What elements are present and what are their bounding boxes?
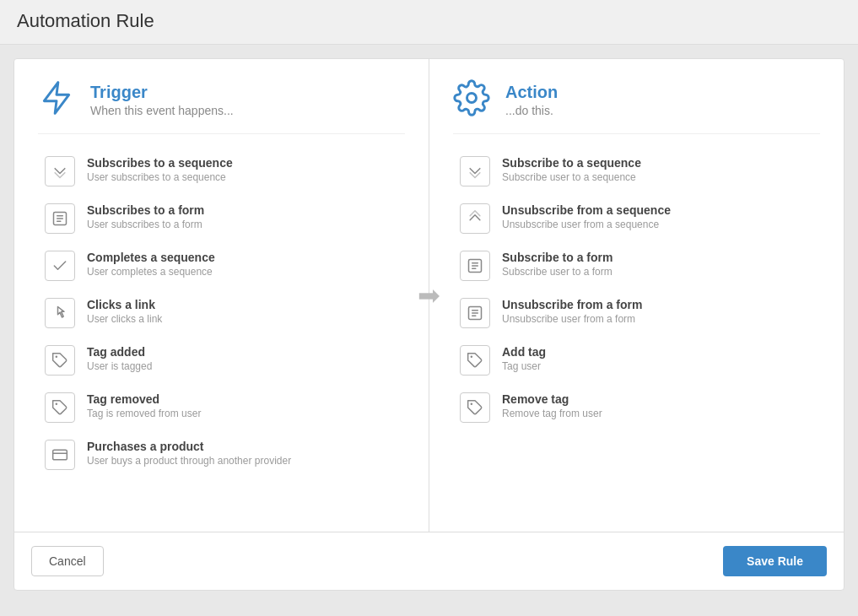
trigger-header-text: Trigger When this event happens...: [90, 83, 234, 117]
action-heading: Action: [505, 83, 558, 102]
action-list: Subscribe to a sequenceSubscribe user to…: [453, 148, 820, 431]
arrow-icon: ➡: [418, 282, 440, 309]
save-rule-button[interactable]: Save Rule: [723, 546, 827, 576]
list-item-unsubscribe-form[interactable]: Unsubscribe from a formUnsubscribe user …: [453, 289, 820, 337]
item-desc-subscribes-form: User subscribes to a form: [87, 219, 204, 230]
rule-card: Trigger When this event happens... Subsc…: [13, 58, 845, 591]
trigger-list: Subscribes to a sequenceUser subscribes …: [38, 148, 405, 478]
main-container: Trigger When this event happens... Subsc…: [0, 45, 858, 604]
item-desc-unsubscribe-form: Unsubscribe user from a form: [502, 313, 642, 325]
trigger-panel: Trigger When this event happens... Subsc…: [14, 59, 429, 532]
tag-icon: [460, 392, 490, 423]
item-title-add-tag: Add tag: [502, 345, 546, 359]
item-desc-subscribes-sequence: User subscribes to a sequence: [87, 171, 233, 183]
list-item-subscribes-form[interactable]: Subscribes to a formUser subscribes to a…: [38, 195, 405, 242]
pointer-icon: [45, 298, 75, 328]
svg-point-5: [56, 403, 58, 406]
list-item-subscribe-sequence[interactable]: Subscribe to a sequenceSubscribe user to…: [453, 148, 820, 195]
action-panel: Action ...do this. Subscribe to a sequen…: [429, 59, 844, 532]
list-item-completes-sequence[interactable]: Completes a sequenceUser completes a seq…: [38, 242, 405, 289]
list-item-tag-added[interactable]: Tag addedUser is tagged: [38, 337, 405, 384]
trigger-heading: Trigger: [90, 83, 234, 102]
item-desc-add-tag: Tag user: [502, 360, 546, 372]
tag-icon: [45, 345, 75, 376]
item-title-subscribes-sequence: Subscribes to a sequence: [87, 156, 233, 170]
trigger-icon: [38, 79, 78, 120]
item-title-subscribe-form: Subscribe to a form: [502, 251, 612, 264]
list-item-tag-removed[interactable]: Tag removedTag is removed from user: [38, 384, 405, 431]
tag-icon: [45, 392, 75, 423]
item-desc-subscribe-sequence: Subscribe user to a sequence: [502, 171, 641, 183]
card-icon: [45, 440, 75, 470]
item-title-subscribe-sequence: Subscribe to a sequence: [502, 156, 641, 170]
form-icon: [460, 251, 490, 281]
item-desc-remove-tag: Remove tag from user: [502, 408, 602, 419]
svg-point-8: [467, 94, 477, 103]
item-title-unsubscribe-sequence: Unsubscribe from a sequence: [502, 203, 671, 217]
check-icon: [45, 251, 75, 281]
svg-point-18: [471, 403, 473, 406]
list-item-clicks-link[interactable]: Clicks a linkUser clicks a link: [38, 289, 405, 337]
rule-body: Trigger When this event happens... Subsc…: [14, 59, 844, 532]
list-item-add-tag[interactable]: Add tagTag user: [453, 337, 820, 384]
form-icon: [45, 203, 75, 234]
rule-footer: Cancel Save Rule: [14, 532, 844, 590]
list-item-purchases-product[interactable]: Purchases a productUser buys a product t…: [38, 431, 405, 478]
item-title-purchases-product: Purchases a product: [87, 440, 291, 453]
cancel-button[interactable]: Cancel: [31, 546, 104, 576]
item-desc-tag-added: User is tagged: [87, 360, 152, 372]
form-icon: [460, 298, 490, 328]
trigger-subheading: When this event happens...: [90, 104, 234, 117]
panel-divider: ➡: [429, 59, 429, 532]
list-item-subscribes-sequence[interactable]: Subscribes to a sequenceUser subscribes …: [38, 148, 405, 195]
action-subheading: ...do this.: [505, 104, 558, 117]
item-title-clicks-link: Clicks a link: [87, 298, 162, 311]
action-icon: [453, 79, 494, 120]
page-title: Automation Rule: [17, 10, 841, 32]
list-item-unsubscribe-sequence[interactable]: Unsubscribe from a sequenceUnsubscribe u…: [453, 195, 820, 242]
trigger-panel-header: Trigger When this event happens...: [38, 79, 405, 134]
sequence-back-icon: [460, 203, 490, 234]
item-desc-unsubscribe-sequence: Unsubscribe user from a sequence: [502, 219, 671, 230]
action-header-text: Action ...do this.: [505, 83, 558, 117]
item-title-completes-sequence: Completes a sequence: [87, 251, 215, 264]
item-desc-tag-removed: Tag is removed from user: [87, 408, 201, 419]
sequence-icon: [45, 156, 75, 186]
tag-icon: [460, 345, 490, 376]
sequence-icon: [460, 156, 490, 186]
svg-rect-6: [53, 450, 67, 460]
item-title-tag-removed: Tag removed: [87, 392, 201, 406]
item-desc-clicks-link: User clicks a link: [87, 313, 162, 325]
item-title-remove-tag: Remove tag: [502, 392, 602, 406]
item-desc-completes-sequence: User completes a sequence: [87, 266, 215, 278]
svg-point-17: [471, 356, 473, 359]
item-title-unsubscribe-form: Unsubscribe from a form: [502, 298, 642, 311]
list-item-remove-tag[interactable]: Remove tagRemove tag from user: [453, 384, 820, 431]
svg-point-4: [56, 356, 58, 359]
page-header: Automation Rule: [0, 0, 858, 45]
action-panel-header: Action ...do this.: [453, 79, 820, 134]
list-item-subscribe-form[interactable]: Subscribe to a formSubscribe user to a f…: [453, 242, 820, 289]
item-title-tag-added: Tag added: [87, 345, 152, 359]
item-desc-subscribe-form: Subscribe user to a form: [502, 266, 612, 278]
item-title-subscribes-form: Subscribes to a form: [87, 203, 204, 217]
item-desc-purchases-product: User buys a product through another prov…: [87, 455, 291, 467]
